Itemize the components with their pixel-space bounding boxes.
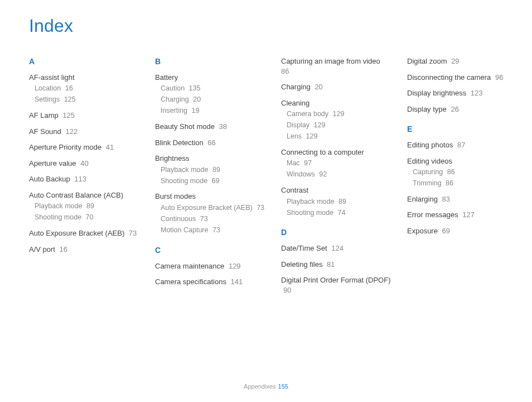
index-entry-page: 87 [455,141,465,149]
index-entry: Display brightness 123 [407,88,518,98]
index-entry-page: 113 [72,175,86,183]
index-subentry-label: Inserting [161,107,187,114]
index-entry: Capturing an image from video 86 [281,56,391,76]
index-subentry-page: 16 [63,84,72,92]
index-subentry-label: Settings [35,95,60,103]
index-column: AAF-assist lightLocation 16Settings 125A… [29,56,139,301]
index-entry-label: Error messages [407,210,458,219]
index-subentry-label: Location [35,84,61,92]
index-subentry: Motion Capture 73 [161,226,265,235]
index-entry-label: Enlarging [407,195,438,203]
index-column: BBatteryCaution 135Charging 20Inserting … [155,56,265,301]
index-subentry-label: Capturing [413,168,443,176]
index-entry: BatteryCaution 135Charging 20Inserting 1… [155,73,265,116]
index-column: Capturing an image from video 86Charging… [281,56,391,301]
index-subentry: Trimming 86 [413,179,518,188]
index-entry-label: Connecting to a computer [281,148,364,156]
index-subentry: Windows 92 [287,170,391,179]
index-entry-label: Editing photos [407,141,453,149]
index-subentry: Capturing 86 [413,168,518,177]
index-subentry-page: 69 [210,177,219,185]
index-entry: Editing videosCapturing 86Trimming 86 [407,156,518,188]
index-entry-label: Contrast [281,186,308,194]
index-subentry-label: Shooting mode [161,177,207,185]
index-subentry-page: 89 [210,166,220,174]
index-subentry: Auto Exposure Bracket (AEB) 73 [161,203,265,213]
index-entry-label: AF Sound [29,127,61,136]
index-entry-page: 81 [325,260,335,269]
index-subentry-page: 74 [336,209,345,217]
index-letter-heading: A [29,56,139,67]
index-letter-heading: D [281,227,391,238]
index-entry-label: Display type [407,105,447,113]
index-entry-label: Brightness [155,154,189,162]
index-entry: Deleting files 81 [281,260,391,270]
index-entry-label: Auto Contrast Balance (ACB) [29,191,123,199]
index-entry-label: Beauty Shot mode [155,122,215,131]
page-footer: Appendixes155 [0,383,532,390]
index-entry: Exposure 69 [407,226,518,236]
index-column: Digital zoom 29Disconnecting the camera … [407,56,518,301]
index-subentry-label: Trimming [413,179,442,187]
index-subentry-label: Lens [287,132,302,140]
index-entry-page: 66 [206,138,216,147]
index-entry: Charging 20 [281,82,391,92]
index-subentry: Shooting mode 69 [161,176,265,186]
index-entry: Beauty Shot mode 38 [155,122,265,132]
index-entry: A/V port 16 [29,245,139,255]
index-columns: AAF-assist lightLocation 16Settings 125A… [29,56,503,301]
index-entry-label: Exposure [407,227,438,235]
index-subentry-label: Continuous [161,215,196,223]
index-subentry-page: 20 [191,95,201,103]
index-subentry-label: Camera body [287,110,328,118]
index-entry-label: Digital zoom [407,57,447,65]
index-subentry-page: 19 [190,107,199,114]
index-subentry-page: 73 [198,215,207,223]
index-entry: Auto Exposure Bracket (AEB) 73 [29,228,139,238]
index-subentry: Playback mode 89 [35,202,139,211]
index-entry-label: Burst modes [155,192,196,200]
footer-section: Appendixes [244,383,276,390]
index-entry-page: 40 [79,159,89,168]
index-entry: AF Sound 122 [29,127,139,137]
index-entry: BrightnessPlayback mode 89Shooting mode … [155,154,265,185]
index-entry-page: 83 [440,195,450,203]
index-entry-label: Auto Exposure Bracket (AEB) [29,229,124,237]
index-entry-label: AF-assist light [29,73,75,82]
index-entry-page: 125 [61,111,75,119]
index-subentry: Playback mode 89 [287,197,391,207]
index-entry-page: 29 [449,57,460,65]
index-subentry-label: Motion Capture [161,226,208,234]
index-entry-label: Deleting files [281,260,322,269]
index-page: Index AAF-assist lightLocation 16Setting… [0,0,532,402]
index-subentry-label: Auto Exposure Bracket (AEB) [161,204,253,212]
index-subentry: Display 129 [287,121,391,130]
index-subentry-page: 129 [331,110,344,118]
index-entry: Burst modesAuto Exposure Bracket (AEB) 7… [155,192,265,234]
index-subentry-label: Mac [287,159,300,167]
index-subentry: Caution 135 [161,84,265,93]
index-entry-label: Date/Time Set [281,244,327,252]
index-entry-label: Display brightness [407,89,466,97]
index-entry-page: 141 [229,277,243,286]
index-subentry: Shooting mode 74 [287,208,391,218]
index-entry: ContrastPlayback mode 89Shooting mode 74 [281,185,391,217]
index-entry-page: 96 [493,73,503,82]
index-entry-label: AF Lamp [29,111,59,119]
index-subentry-label: Playback mode [35,202,82,210]
index-subentry-page: 89 [336,198,346,205]
index-subentry: Continuous 73 [161,214,265,224]
index-entry-page: 16 [57,245,67,253]
index-entry-label: Aperture Priority mode [29,143,101,151]
index-subentry-label: Charging [161,95,189,103]
index-letter-heading: B [155,56,265,67]
index-entry: CleaningCamera body 129Display 129Lens 1… [281,98,391,141]
index-entry: Camera maintenance 129 [155,261,265,271]
index-letter-heading: E [407,124,518,135]
index-subentry-page: 129 [304,132,317,140]
index-entry: Disconnecting the camera 96 [407,73,518,83]
index-letter-heading: C [155,245,265,256]
index-entry-page: 41 [104,143,114,151]
page-title: Index [29,16,503,36]
index-entry-page: 26 [449,105,459,113]
